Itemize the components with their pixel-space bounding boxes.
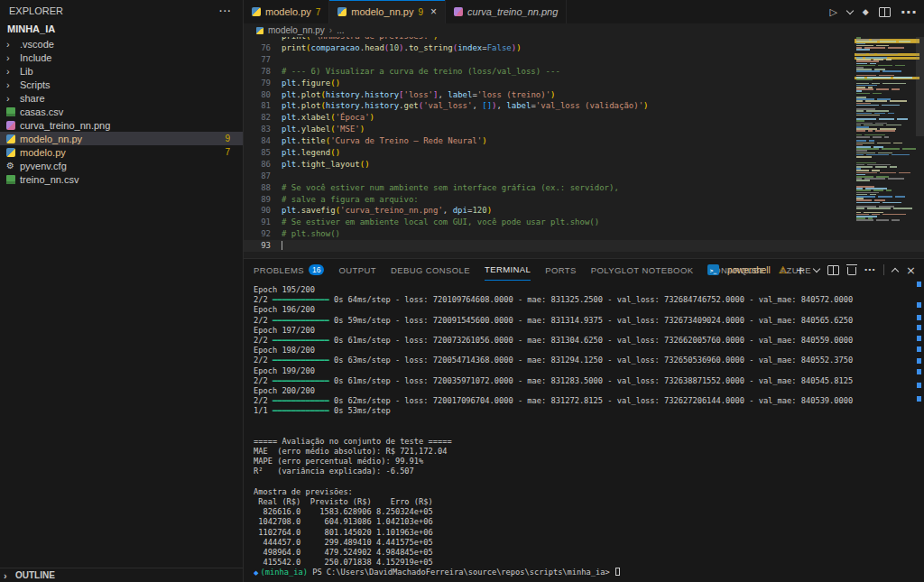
code-token: 120 bbox=[472, 206, 486, 215]
image-icon-wrap bbox=[6, 121, 20, 130]
shell-name-label[interactable]: powershell bbox=[727, 265, 771, 275]
gear-icon: ⚙ bbox=[6, 162, 14, 171]
code-token: 0s 64ms/step - loss: 720109764608.0000 -… bbox=[329, 295, 854, 304]
terminal-output[interactable]: Epoch 195/2002/2 ━━━━━━━━━━━━ 0s 64ms/st… bbox=[254, 285, 910, 582]
outline-section[interactable]: › OUTLINE bbox=[0, 568, 243, 582]
code-token: title bbox=[301, 136, 326, 145]
minimap-line bbox=[873, 93, 882, 95]
tab-label: curva_treino_nn.png bbox=[467, 6, 558, 17]
code-token: 1042708.0 604.913086 1.042103e+06 bbox=[254, 517, 433, 526]
tab-curva_treino_nn.png[interactable]: curva_treino_nn.png bbox=[446, 0, 567, 23]
split-icon[interactable] bbox=[827, 265, 839, 275]
code-token: plt bbox=[282, 148, 296, 157]
tab-modelo_nn.py[interactable]: modelo_nn.py9× bbox=[329, 0, 446, 23]
file-item-treino_nn.csv[interactable]: treino_nn.csv bbox=[0, 172, 243, 186]
code-line-content: plt.tight_layout() bbox=[282, 159, 370, 171]
folder-item-share[interactable]: ›share bbox=[0, 91, 243, 105]
sparkle-icon[interactable]: ◆ bbox=[863, 7, 869, 16]
code-token: 'loss (treino)' bbox=[477, 90, 550, 99]
file-name: share bbox=[20, 93, 243, 104]
code-token: plt bbox=[282, 160, 296, 169]
code-line: 82plt.xlabel('Época') bbox=[244, 112, 924, 124]
panel-tab-polyglot-notebook[interactable]: POLYGLOT NOTEBOOK bbox=[591, 260, 694, 281]
command-decoration[interactable] bbox=[917, 358, 921, 364]
code-token: 2/2 bbox=[254, 376, 273, 385]
breadcrumb-more[interactable]: ... bbox=[337, 25, 344, 35]
minimap-line bbox=[899, 41, 910, 42]
code-line-content bbox=[282, 240, 282, 252]
command-decoration[interactable] bbox=[917, 325, 921, 330]
tab-problems-badge: 9 bbox=[418, 7, 423, 17]
code-token: plt bbox=[282, 101, 296, 110]
folder-item-.vscode[interactable]: ›.vscode bbox=[0, 37, 243, 51]
command-decoration[interactable] bbox=[917, 383, 921, 388]
command-decoration[interactable] bbox=[917, 396, 921, 402]
maximize-icon[interactable] bbox=[892, 267, 899, 274]
tab-modelo.py[interactable]: modelo.py7 bbox=[244, 0, 329, 23]
command-decoration[interactable] bbox=[917, 336, 921, 341]
code-token: dpi bbox=[453, 206, 467, 215]
code-token: MAE (erro médio absoluto): R$ 721,172.04 bbox=[254, 447, 447, 456]
problems-badge: 9 bbox=[225, 134, 230, 143]
code-editor[interactable]: print('\nAmostra de previsões:') 76print… bbox=[244, 37, 924, 258]
chevron-down-icon[interactable] bbox=[846, 6, 854, 14]
file-item-modelo.py[interactable]: modelo.py7 bbox=[0, 145, 243, 159]
file-item-modelo_nn.py[interactable]: modelo_nn.py9 bbox=[0, 132, 243, 145]
explorer-more-icon[interactable]: ··· bbox=[219, 5, 232, 16]
code-token: 498964.0 479.524902 4.984845e+05 bbox=[254, 548, 433, 557]
folder-item-Include[interactable]: ›Include bbox=[0, 51, 243, 64]
ellipsis-icon[interactable]: ··· bbox=[901, 4, 917, 21]
code-token: ) bbox=[336, 148, 340, 157]
ellipsis-icon[interactable]: ··· bbox=[864, 264, 876, 276]
terminal-line: 2/2 ━━━━━━━━━━━━ 0s 63ms/step - loss: 72… bbox=[254, 356, 910, 365]
minimap-line bbox=[876, 88, 889, 90]
code-line: 80plt.plot(history.history['loss'], labe… bbox=[244, 89, 924, 101]
breadcrumb[interactable]: modelo_nn.py › ... bbox=[244, 23, 924, 37]
code-token: # plt.show() bbox=[282, 229, 340, 238]
minimap-line bbox=[869, 53, 874, 55]
folder-item-Lib[interactable]: ›Lib bbox=[0, 64, 243, 78]
plus-icon[interactable]: + bbox=[796, 263, 806, 277]
panel-tab-ports[interactable]: PORTS bbox=[545, 260, 577, 281]
panel-tab-output[interactable]: OUTPUT bbox=[338, 260, 375, 281]
panel-tab-problems[interactable]: PROBLEMS16 bbox=[254, 260, 324, 281]
minimap-line bbox=[878, 196, 892, 198]
chevron-down-icon[interactable] bbox=[812, 264, 819, 272]
command-decoration[interactable] bbox=[917, 315, 921, 320]
terminal-line: Amostra de previsões: bbox=[254, 487, 910, 497]
minimap-line bbox=[899, 172, 910, 174]
line-number: 81 bbox=[244, 100, 271, 112]
workspace-root-label[interactable]: MINHA_IA bbox=[0, 22, 243, 37]
gear-icon-wrap: ⚙ bbox=[6, 162, 20, 171]
python-icon bbox=[256, 27, 263, 34]
folder-item-Scripts[interactable]: ›Scripts bbox=[0, 78, 243, 91]
panel-tab-terminal[interactable]: TERMINAL bbox=[485, 260, 531, 281]
command-decoration[interactable] bbox=[917, 369, 921, 374]
warning-icon[interactable]: ⚠ bbox=[779, 264, 788, 276]
command-decoration[interactable] bbox=[917, 346, 921, 352]
panel-tab-debug-console[interactable]: DEBUG CONSOLE bbox=[391, 260, 470, 281]
file-item-casas.csv[interactable]: casas.csv bbox=[0, 105, 243, 118]
minimap[interactable] bbox=[855, 37, 919, 245]
file-item-pyvenv.cfg[interactable]: ⚙pyvenv.cfg bbox=[0, 159, 243, 172]
trash-icon[interactable] bbox=[847, 267, 856, 275]
code-line: 89# salve a figura em arquivo: bbox=[244, 194, 924, 206]
close-icon[interactable]: × bbox=[906, 263, 916, 277]
split-editor-icon[interactable] bbox=[879, 7, 891, 17]
code-line: 76print(comparacao.head(10).to_string(in… bbox=[244, 42, 924, 54]
terminal-line: Epoch 197/200 bbox=[254, 326, 910, 336]
breadcrumb-file[interactable]: modelo_nn.py bbox=[268, 25, 325, 35]
run-icon[interactable]: ▷ bbox=[829, 6, 836, 18]
code-token: 'Época' bbox=[336, 113, 370, 122]
minimap-line bbox=[888, 113, 894, 115]
editor-scrollbar[interactable] bbox=[916, 37, 924, 136]
close-icon[interactable]: × bbox=[430, 7, 437, 16]
code-token: 444457.0 299.489410 4.441575e+05 bbox=[254, 538, 433, 547]
command-decoration[interactable] bbox=[917, 282, 921, 287]
image-icon bbox=[454, 7, 463, 16]
code-line-content: plt.figure() bbox=[282, 78, 340, 89]
code-token: (minha_ia) bbox=[261, 568, 308, 577]
command-decoration[interactable] bbox=[917, 302, 921, 308]
line-number: 80 bbox=[244, 89, 271, 101]
file-item-curva_treino_nn.png[interactable]: curva_treino_nn.png bbox=[0, 118, 243, 132]
